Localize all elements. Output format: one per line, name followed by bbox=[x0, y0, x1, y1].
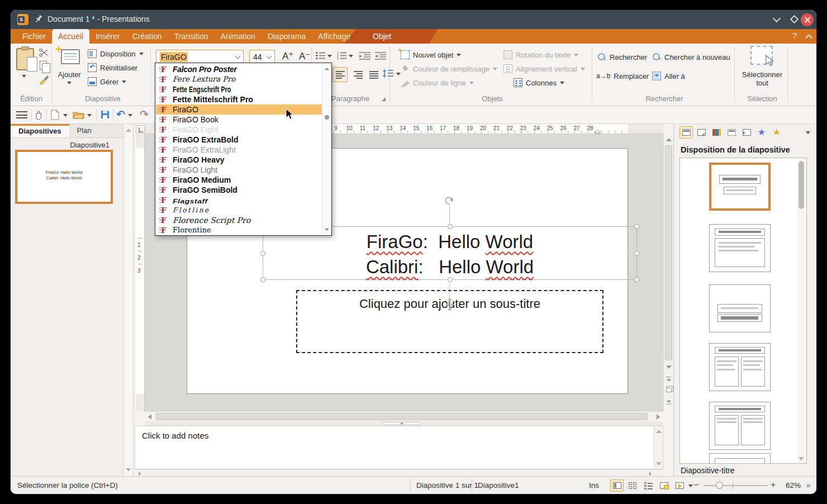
font-option[interactable]: SFFiraGO ExtraLight bbox=[156, 145, 322, 155]
paste-button[interactable] bbox=[16, 48, 34, 70]
layout-menu-button[interactable]: Disposition bbox=[88, 48, 144, 59]
sorter-view-button[interactable] bbox=[626, 479, 639, 492]
slideshow-caret[interactable] bbox=[688, 484, 693, 487]
zoom-in-button[interactable]: + bbox=[771, 480, 776, 490]
line-color-button[interactable]: Couleur de ligne bbox=[401, 77, 474, 88]
tab-animation[interactable]: Animation bbox=[215, 29, 262, 44]
grow-font-button[interactable]: A⁺ bbox=[282, 50, 293, 62]
tab-diaporama[interactable]: Diaporama bbox=[262, 29, 312, 44]
font-dropdown-scrollbar[interactable] bbox=[322, 64, 331, 235]
cut-button[interactable] bbox=[39, 48, 49, 59]
increase-indent-button[interactable] bbox=[359, 51, 370, 61]
align-left-button[interactable] bbox=[332, 67, 348, 82]
pan-tool-button[interactable] bbox=[34, 110, 43, 122]
font-option[interactable]: SFFlorence Script Pro bbox=[156, 215, 322, 225]
redo-button[interactable]: ↷ bbox=[140, 108, 149, 121]
open-button[interactable] bbox=[73, 111, 84, 121]
canvas-vertical-scrollbar[interactable] bbox=[663, 134, 673, 411]
move-handle-icon[interactable] bbox=[445, 298, 454, 311]
sidebar-layouts-button[interactable] bbox=[679, 126, 693, 139]
tab-diapositives[interactable]: Diapositives bbox=[11, 124, 69, 137]
font-option[interactable]: SFFiraGO Medium bbox=[156, 175, 322, 185]
layout-list-scrollbar[interactable] bbox=[797, 159, 806, 464]
zoom-slider-knob[interactable] bbox=[716, 482, 723, 489]
layout-thumbnail-partial[interactable] bbox=[709, 453, 771, 464]
maximize-button[interactable] bbox=[790, 15, 799, 24]
clone-formatting-button[interactable] bbox=[39, 74, 49, 86]
ruler-origin-button[interactable] bbox=[136, 125, 145, 134]
goto-button[interactable]: Aller à bbox=[652, 70, 685, 82]
numbered-list-button[interactable]: 123 bbox=[337, 51, 347, 61]
vertical-align-button[interactable]: Alignement vertical bbox=[503, 63, 585, 74]
add-slide-caret[interactable] bbox=[67, 82, 72, 84]
tab-création[interactable]: Création bbox=[126, 29, 168, 44]
font-option[interactable]: SFFiraGO ExtraBold bbox=[156, 135, 322, 145]
slide-thumbnail[interactable]: FiraGo: Hello World Calibri: Hello World bbox=[15, 150, 113, 204]
tab-plan[interactable]: Plan bbox=[69, 124, 99, 137]
line-spacing-caret[interactable] bbox=[396, 73, 401, 75]
notes-area[interactable]: Click to add notes bbox=[135, 426, 663, 469]
tab-objet[interactable]: Objet bbox=[367, 29, 397, 44]
navigator-button[interactable] bbox=[665, 386, 672, 394]
pin-icon[interactable] bbox=[34, 15, 43, 23]
layout-list[interactable] bbox=[679, 158, 807, 464]
sidebar-animation-button[interactable]: ★ bbox=[755, 126, 768, 139]
align-right-button[interactable] bbox=[350, 67, 365, 82]
zoom-out-button[interactable]: − bbox=[693, 480, 698, 490]
resize-handle-se[interactable] bbox=[634, 277, 639, 282]
paste-dropdown-caret[interactable] bbox=[22, 75, 26, 78]
collapse-ribbon-icon[interactable] bbox=[805, 34, 812, 41]
undo-button[interactable]: ↶ bbox=[116, 108, 125, 121]
undo-caret[interactable] bbox=[128, 114, 132, 117]
font-option[interactable]: SFFiraGO Eight bbox=[156, 125, 322, 135]
start-slideshow-button[interactable] bbox=[673, 479, 686, 492]
copy-button[interactable] bbox=[40, 61, 47, 70]
bullet-list-caret[interactable] bbox=[327, 55, 332, 58]
select-all-button[interactable]: Sélectionner tout bbox=[737, 70, 787, 87]
zoom-level[interactable]: 62% bbox=[786, 481, 801, 489]
line-spacing-button[interactable] bbox=[383, 69, 393, 79]
numbered-list-caret[interactable] bbox=[349, 55, 353, 58]
add-slide-button[interactable]: Ajouter bbox=[54, 70, 85, 79]
minimize-button[interactable] bbox=[773, 15, 781, 22]
splitter-grip[interactable] bbox=[382, 422, 421, 425]
layout-thumbnail-two-content-bullets[interactable] bbox=[709, 343, 771, 391]
normal-view-button[interactable] bbox=[610, 479, 624, 492]
font-option[interactable]: SFFlorentine bbox=[156, 225, 322, 235]
font-option[interactable]: SFFiraGO bbox=[156, 104, 322, 115]
slides-panel-scrollbar[interactable] bbox=[123, 124, 133, 476]
shrink-font-button[interactable]: A⁻ bbox=[299, 50, 310, 62]
new-object-button[interactable]: Nouvel objet bbox=[401, 49, 461, 60]
tab-insérer[interactable]: Insérer bbox=[89, 29, 126, 44]
outline-view-button[interactable] bbox=[641, 479, 655, 492]
find-again-button[interactable]: Chercher à nouveau bbox=[652, 51, 730, 63]
font-option[interactable]: SFFlagstaff bbox=[156, 195, 322, 205]
notes-vertical-scrollbar[interactable] bbox=[654, 426, 663, 469]
sidebar-master-button[interactable] bbox=[695, 126, 708, 139]
tab-fichier[interactable]: Fichier bbox=[16, 29, 52, 44]
resize-handle-ne[interactable] bbox=[634, 224, 639, 229]
font-dropdown-scroll-thumb[interactable] bbox=[325, 115, 329, 120]
new-document-button[interactable] bbox=[51, 110, 59, 122]
vertical-ruler[interactable]: 123 bbox=[136, 134, 145, 411]
font-size-caret-icon[interactable] bbox=[267, 54, 272, 59]
font-option[interactable]: SFFette Mittelschrift Pro bbox=[156, 94, 322, 104]
sidebar-gallery-button[interactable] bbox=[710, 126, 723, 139]
notes-horizontal-scrollbar[interactable] bbox=[135, 469, 663, 476]
menu-icon[interactable] bbox=[16, 111, 27, 119]
columns-button[interactable]: Colonnes bbox=[514, 77, 564, 88]
open-caret[interactable] bbox=[87, 114, 92, 117]
replace-button[interactable]: a→b Remplacer bbox=[596, 70, 649, 82]
find-button[interactable]: Rechercher bbox=[597, 51, 647, 63]
notes-splitter[interactable] bbox=[145, 421, 663, 426]
font-option[interactable]: SFFiraGO Book bbox=[156, 115, 322, 125]
font-option[interactable]: SFFiraGO SemiBold bbox=[156, 185, 322, 195]
sidebar-transition-button[interactable] bbox=[740, 126, 753, 139]
next-slide-button[interactable] bbox=[665, 398, 672, 407]
paragraph-dialog-launcher[interactable] bbox=[382, 97, 386, 101]
reset-slide-button[interactable]: ↶ Réinitialiser bbox=[88, 62, 137, 73]
manage-slides-button[interactable]: Gérer bbox=[88, 76, 126, 87]
text-rotation-button[interactable]: Rotation du texte bbox=[503, 49, 578, 60]
resize-handle-s[interactable] bbox=[448, 277, 453, 282]
resize-handle-n[interactable] bbox=[448, 224, 453, 229]
